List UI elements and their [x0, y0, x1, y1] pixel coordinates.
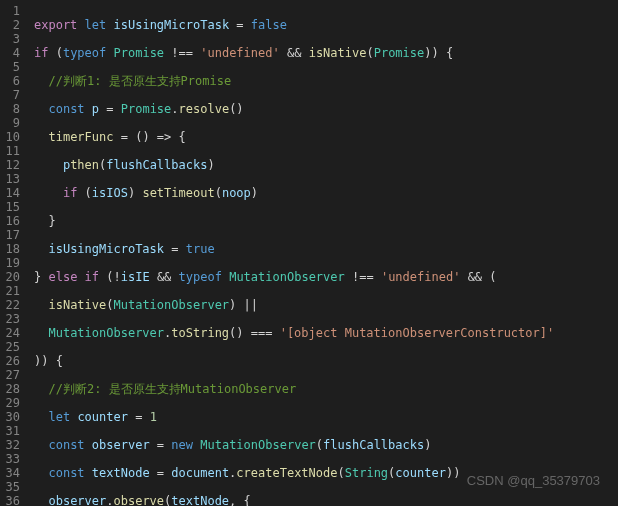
code-line: } [34, 214, 618, 228]
code-line: //判断1: 是否原生支持Promise [34, 74, 618, 88]
code-line: const observer = new MutationObserver(fl… [34, 438, 618, 452]
line-number: 26 [4, 354, 20, 368]
code-line: export let isUsingMicroTask = false [34, 18, 618, 32]
line-number: 8 [4, 102, 20, 116]
line-number: 17 [4, 228, 20, 242]
line-number-gutter: 1234567891011121314151617181920212223242… [0, 0, 26, 506]
line-number: 22 [4, 298, 20, 312]
line-number: 5 [4, 60, 20, 74]
line-number: 14 [4, 186, 20, 200]
code-line: if (isIOS) setTimeout(noop) [34, 186, 618, 200]
line-number: 32 [4, 438, 20, 452]
line-number: 33 [4, 452, 20, 466]
line-number: 23 [4, 312, 20, 326]
code-line: isNative(MutationObserver) || [34, 298, 618, 312]
line-number: 13 [4, 172, 20, 186]
line-number: 19 [4, 256, 20, 270]
line-number: 34 [4, 466, 20, 480]
code-line: let counter = 1 [34, 410, 618, 424]
code-line: observer.observe(textNode, { [34, 494, 618, 506]
line-number: 30 [4, 410, 20, 424]
line-number: 18 [4, 242, 20, 256]
line-number: 11 [4, 144, 20, 158]
code-line: pthen(flushCallbacks) [34, 158, 618, 172]
line-number: 31 [4, 424, 20, 438]
code-line: const p = Promise.resolve() [34, 102, 618, 116]
code-line: } else if (!isIE && typeof MutationObser… [34, 270, 618, 284]
line-number: 15 [4, 200, 20, 214]
line-number: 10 [4, 130, 20, 144]
line-number: 3 [4, 32, 20, 46]
code-line: //判断2: 是否原生支持MutationObserver [34, 382, 618, 396]
code-line: timerFunc = () => { [34, 130, 618, 144]
code-line: )) { [34, 354, 618, 368]
code-line: isUsingMicroTask = true [34, 242, 618, 256]
line-number: 20 [4, 270, 20, 284]
line-number: 25 [4, 340, 20, 354]
line-number: 6 [4, 74, 20, 88]
code-line: MutationObserver.toString() === '[object… [34, 326, 618, 340]
line-number: 36 [4, 494, 20, 506]
watermark: CSDN @qq_35379703 [467, 474, 600, 488]
line-number: 24 [4, 326, 20, 340]
line-number: 35 [4, 480, 20, 494]
line-number: 16 [4, 214, 20, 228]
line-number: 12 [4, 158, 20, 172]
line-number: 9 [4, 116, 20, 130]
line-number: 28 [4, 382, 20, 396]
line-number: 1 [4, 4, 20, 18]
line-number: 4 [4, 46, 20, 60]
line-number: 7 [4, 88, 20, 102]
line-number: 27 [4, 368, 20, 382]
code-editor[interactable]: export let isUsingMicroTask = false if (… [26, 0, 618, 506]
code-line: if (typeof Promise !== 'undefined' && is… [34, 46, 618, 60]
line-number: 21 [4, 284, 20, 298]
line-number: 29 [4, 396, 20, 410]
line-number: 2 [4, 18, 20, 32]
